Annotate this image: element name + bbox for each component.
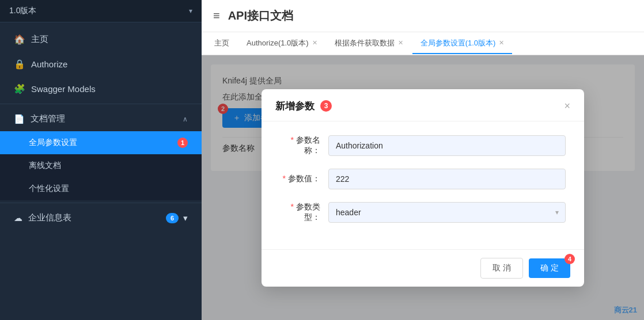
enterprise-section-left: ☁ 企业信息表 xyxy=(14,212,71,223)
sidebar-item-personalization-label: 个性化设置 xyxy=(29,184,69,194)
modal-header: 新增参数 3 × xyxy=(262,89,584,121)
tab-authorize-label: Authorize(1.0版本) xyxy=(247,38,309,48)
confirm-button[interactable]: 确 定 4 xyxy=(529,258,570,278)
modal-dialog: 新增参数 3 × 参数名称： 参数值： xyxy=(262,89,584,287)
tab-home-label: 主页 xyxy=(214,38,229,48)
sidebar-section-docs[interactable]: 📄 文档管理 ∧ xyxy=(0,106,202,131)
version-chevron-icon: ▾ xyxy=(189,7,192,15)
page-title: API接口文档 xyxy=(228,8,293,24)
global-params-badge: 1 xyxy=(177,138,188,148)
modal-title-badge: 3 xyxy=(320,100,332,112)
tab-authorize[interactable]: Authorize(1.0版本) ✕ xyxy=(238,33,325,54)
version-label: 1.0版本 xyxy=(9,6,36,16)
cancel-button[interactable]: 取 消 xyxy=(480,258,523,279)
sidebar-section-docs-left: 📄 文档管理 xyxy=(14,113,65,124)
tab-global-settings-label: 全局参数设置(1.0版本) xyxy=(421,38,496,48)
form-row-type: 参数类型： header query cookie ▾ xyxy=(280,202,566,223)
home-icon: 🏠 xyxy=(14,34,25,45)
modal-body: 参数名称： 参数值： 参数类型： header xyxy=(262,121,584,249)
modal-footer: 取 消 确 定 4 xyxy=(262,249,584,287)
form-row-name: 参数名称： xyxy=(280,135,566,156)
enterprise-badge: 6 xyxy=(166,213,179,223)
sidebar-item-enterprise[interactable]: ☁ 企业信息表 6 ▾ xyxy=(0,205,202,230)
docs-icon: 📄 xyxy=(14,114,25,124)
enterprise-right: 6 ▾ xyxy=(166,213,188,223)
top-bar: ≡ API接口文档 xyxy=(202,0,644,32)
sidebar-section-docs-label: 文档管理 xyxy=(31,113,65,124)
modal-overlay: 新增参数 3 × 参数名称： 参数值： xyxy=(202,55,644,320)
tab-authorize-close-icon[interactable]: ✕ xyxy=(312,39,317,47)
sidebar-item-home-label: 主页 xyxy=(31,34,48,45)
form-select-wrapper-type: header query cookie ▾ xyxy=(328,202,566,223)
sidebar-item-global-params[interactable]: 全局参数设置 1 xyxy=(0,131,202,154)
lock-icon: 🔒 xyxy=(14,59,25,70)
docs-chevron-icon: ∧ xyxy=(183,115,188,123)
sidebar-divider2 xyxy=(0,203,202,203)
models-icon: 🧩 xyxy=(14,83,25,94)
form-input-name[interactable] xyxy=(328,135,566,156)
tab-fetch-data[interactable]: 根据条件获取数据 ✕ xyxy=(327,33,411,54)
sidebar-item-authorize[interactable]: 🔒 Authorize xyxy=(0,52,202,77)
sidebar-sub-menu: 全局参数设置 1 离线文档 个性化设置 xyxy=(0,131,202,200)
sidebar-item-swagger-models-label: Swagger Models xyxy=(31,84,96,94)
sidebar-item-global-params-label: 全局参数设置 xyxy=(29,138,77,148)
form-label-value: 参数值： xyxy=(280,174,320,184)
sidebar-item-swagger-models[interactable]: 🧩 Swagger Models xyxy=(0,77,202,101)
tab-global-settings-close-icon[interactable]: ✕ xyxy=(499,39,504,47)
sidebar-item-home[interactable]: 🏠 主页 xyxy=(0,27,202,52)
tabs-bar: 主页 Authorize(1.0版本) ✕ 根据条件获取数据 ✕ 全局参数设置(… xyxy=(202,32,644,55)
version-selector[interactable]: 1.0版本 ▾ xyxy=(0,0,202,22)
sidebar: 1.0版本 ▾ 🏠 主页 🔒 Authorize 🧩 Swagger Model… xyxy=(0,0,202,320)
main-content: ≡ API接口文档 主页 Authorize(1.0版本) ✕ 根据条件获取数据… xyxy=(202,0,644,320)
form-label-name: 参数名称： xyxy=(280,135,320,156)
tab-global-settings[interactable]: 全局参数设置(1.0版本) ✕ xyxy=(412,33,513,54)
enterprise-chevron-icon: ▾ xyxy=(183,213,188,223)
form-row-value: 参数值： xyxy=(280,169,566,189)
modal-close-icon[interactable]: × xyxy=(564,100,570,112)
menu-icon[interactable]: ≡ xyxy=(213,9,220,22)
tab-fetch-data-label: 根据条件获取数据 xyxy=(335,38,395,48)
sidebar-item-personalization[interactable]: 个性化设置 xyxy=(0,177,202,200)
tab-fetch-data-close-icon[interactable]: ✕ xyxy=(398,39,403,47)
tab-home[interactable]: 主页 xyxy=(206,33,237,54)
form-label-type: 参数类型： xyxy=(280,202,320,223)
confirm-button-label: 确 定 xyxy=(540,263,559,272)
modal-title-row: 新增参数 3 xyxy=(275,100,332,113)
sidebar-item-enterprise-label: 企业信息表 xyxy=(28,212,71,223)
modal-title: 新增参数 xyxy=(275,100,315,113)
confirm-badge: 4 xyxy=(565,254,575,264)
sidebar-menu: 🏠 主页 🔒 Authorize 🧩 Swagger Models 📄 文档管理… xyxy=(0,22,202,235)
sidebar-item-offline-docs-label: 离线文档 xyxy=(29,161,61,171)
sidebar-item-authorize-label: Authorize xyxy=(31,59,67,69)
sidebar-divider xyxy=(0,104,202,104)
form-select-type[interactable]: header query cookie xyxy=(328,202,566,223)
sidebar-item-offline-docs[interactable]: 离线文档 xyxy=(0,154,202,177)
cloud-icon: ☁ xyxy=(14,213,22,223)
form-input-value[interactable] xyxy=(328,169,566,189)
content-area: Knife4j 提供全局 在此添加全局参 2 ＋ 添加参数 参数名称 新增参数 … xyxy=(202,55,644,320)
